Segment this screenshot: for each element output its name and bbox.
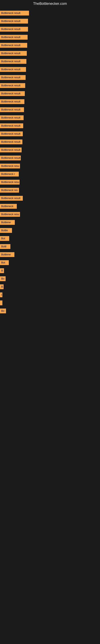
bottleneck-bar: Bottleneck result bbox=[0, 140, 22, 144]
bar-row: Bottleneck result bbox=[0, 58, 100, 66]
bar-row: Bottleneck result bbox=[0, 138, 100, 146]
bar-row: Bottleneck resu bbox=[0, 162, 100, 170]
bar-row: Bo bbox=[0, 307, 100, 315]
bottleneck-bar: Bottleneck result bbox=[0, 51, 27, 56]
bottleneck-bar: Bottleneck result bbox=[0, 59, 26, 64]
bottleneck-bar: Bottle bbox=[0, 228, 12, 233]
bar-row: Bottleneck result bbox=[0, 18, 100, 26]
bar-row: Bottle bbox=[0, 227, 100, 235]
bar-row: Bottleneck resu bbox=[0, 178, 100, 186]
bottleneck-bar: Bottleneck resu bbox=[0, 164, 20, 168]
bar-row: Bottleneck result bbox=[0, 66, 100, 74]
bar-row: Bottleneck result bbox=[0, 114, 100, 122]
bar-row: Bottlene bbox=[0, 251, 100, 259]
bar-row: Bot bbox=[0, 259, 100, 267]
bar-row: Bottleneck result bbox=[0, 194, 100, 203]
bar-row: Bottleneck result bbox=[0, 10, 100, 18]
bar-row: B bbox=[0, 267, 100, 275]
bottleneck-bar: Bottleneck result bbox=[0, 11, 29, 16]
bottleneck-bar: Bot bbox=[0, 236, 9, 241]
bar-row: B bbox=[0, 283, 100, 291]
bottleneck-bar: Bottleneck result bbox=[0, 196, 23, 201]
bottleneck-bar: Bottleneck result bbox=[0, 123, 23, 128]
bottleneck-bar: Bottleneck resu bbox=[0, 180, 20, 184]
bottleneck-bar: Bottleneck result bbox=[0, 43, 27, 48]
bottleneck-bar: Bottleneck result bbox=[0, 115, 24, 120]
bar-row: Bottleneck resu bbox=[0, 211, 100, 219]
bottleneck-bar: Bottleneck result bbox=[0, 83, 25, 88]
bottleneck-bar: Bottleneck result bbox=[0, 27, 28, 32]
bar-row: Bottleneck result bbox=[0, 34, 100, 42]
bottleneck-bar: Bottleneck result bbox=[0, 99, 24, 104]
bottleneck-bar: I bbox=[0, 292, 2, 297]
bars-container: Bottleneck resultBottleneck resultBottle… bbox=[0, 8, 100, 317]
bar-row: Bottlene bbox=[0, 219, 100, 227]
bottleneck-bar: Bottleneck result bbox=[0, 107, 24, 112]
bar-row: Bottleneck result bbox=[0, 154, 100, 162]
bar-row: I bbox=[0, 291, 100, 299]
site-title: TheBottlenecker.com bbox=[0, 0, 100, 8]
bar-row: Bottleneck result bbox=[0, 82, 100, 90]
bottleneck-bar bbox=[0, 300, 2, 305]
bottleneck-bar: Bo bbox=[0, 276, 6, 281]
bar-row: Bottleneck result bbox=[0, 26, 100, 34]
bottleneck-bar: Bottleneck result bbox=[0, 67, 26, 72]
bottleneck-bar: Bot bbox=[0, 260, 9, 265]
bar-row: Bottleneck result bbox=[0, 90, 100, 98]
bar-row: Bot bbox=[0, 235, 100, 243]
bottleneck-bar: Bottleneck bbox=[0, 204, 17, 209]
bottleneck-bar: Bo bbox=[0, 308, 6, 313]
bottleneck-bar: Bottleneck result bbox=[0, 75, 26, 80]
bottleneck-bar: Bottlene bbox=[0, 252, 14, 257]
bottleneck-bar: Bottl bbox=[0, 244, 10, 249]
bar-row: Bottleneck result bbox=[0, 74, 100, 82]
bottleneck-bar: Bottleneck r bbox=[0, 172, 19, 176]
bottleneck-bar: Bottleneck res bbox=[0, 188, 19, 192]
bottleneck-bar: B bbox=[0, 268, 4, 273]
bar-row: Bottleneck result bbox=[0, 106, 100, 114]
bar-row: Bottleneck result bbox=[0, 122, 100, 130]
bottleneck-bar: Bottleneck result bbox=[0, 19, 28, 24]
bottleneck-bar: Bottlene bbox=[0, 220, 15, 225]
bar-row: Bottl bbox=[0, 243, 100, 251]
bottleneck-bar: Bottleneck result bbox=[0, 91, 25, 96]
bottleneck-bar: Bottleneck result bbox=[0, 132, 23, 136]
bar-row: Bottleneck result bbox=[0, 42, 100, 50]
bar-row: Bottleneck result bbox=[0, 130, 100, 138]
bar-row: Bottleneck bbox=[0, 203, 100, 211]
bottleneck-bar: Bottleneck resu bbox=[0, 212, 20, 217]
bar-row: Bo bbox=[0, 275, 100, 283]
bottleneck-bar: Bottleneck result bbox=[0, 148, 22, 152]
bar-row: Bottleneck result bbox=[0, 50, 100, 58]
bottleneck-bar: Bottleneck result bbox=[0, 156, 21, 160]
bottleneck-bar: Bottleneck result bbox=[0, 35, 28, 40]
bottleneck-bar: B bbox=[0, 284, 3, 289]
bar-row: Bottleneck result bbox=[0, 146, 100, 154]
bar-row bbox=[0, 299, 100, 307]
bar-row: Bottleneck result bbox=[0, 98, 100, 106]
bar-row: Bottleneck r bbox=[0, 170, 100, 178]
bar-row: Bottleneck res bbox=[0, 186, 100, 194]
